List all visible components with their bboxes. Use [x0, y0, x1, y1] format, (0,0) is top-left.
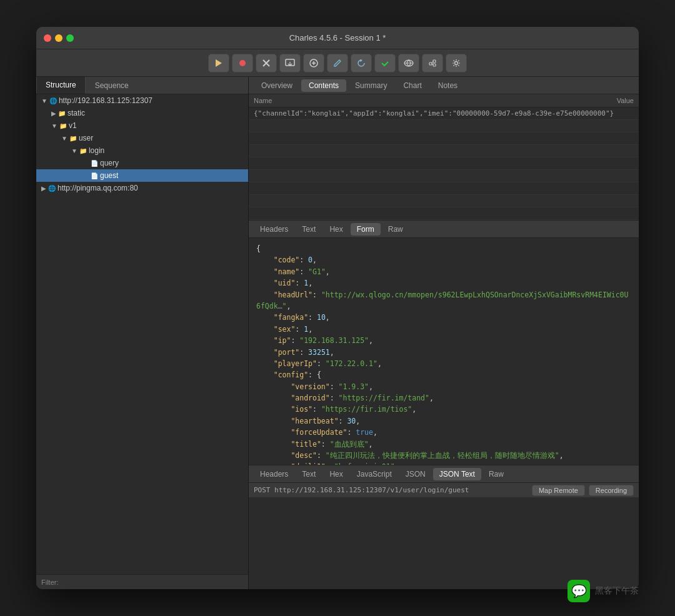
- chevron-down-icon: ▼: [41, 97, 48, 104]
- main-area: Structure Sequence ▼ 🌐 http://192.168.31…: [36, 77, 639, 589]
- close-button[interactable]: [44, 34, 51, 42]
- sidebar-tab-structure[interactable]: Structure: [36, 77, 86, 94]
- globe-icon: 🌐: [48, 185, 56, 192]
- traffic-lights: [44, 34, 74, 42]
- chevron-right-icon: ▶: [51, 110, 56, 117]
- watermark: 💬 黑客下午茶: [568, 580, 639, 602]
- file-icon: 📄: [91, 172, 98, 179]
- request-top-tabs: Headers Text Hex Form Raw: [249, 221, 639, 238]
- tab-notes[interactable]: Notes: [431, 79, 465, 92]
- recording-button[interactable]: Recording: [589, 485, 634, 496]
- status-buttons: Map Remote Recording: [532, 485, 634, 496]
- svg-point-1: [239, 60, 246, 66]
- file-icon: 📄: [91, 160, 98, 167]
- tree-item-label: http://pingma.qq.com:80: [58, 184, 138, 192]
- svg-marker-0: [216, 59, 222, 67]
- minimize-button[interactable]: [55, 34, 62, 42]
- tree-item-v1[interactable]: ▼ 📁 v1: [36, 119, 248, 132]
- response-table: {"channelId":"konglai","appId":"konglai"…: [249, 107, 639, 220]
- json-content-area: { "code": 0, "name": "G1", "uid": 1, "he…: [249, 238, 639, 465]
- tree-item-label: user: [79, 134, 93, 142]
- bottom-tab-headers[interactable]: Headers: [254, 468, 294, 480]
- toolbar-btn-proxy[interactable]: [422, 54, 443, 72]
- filter-input[interactable]: [61, 579, 244, 586]
- toolbar-btn-clear[interactable]: [256, 54, 277, 72]
- table-row-empty: [249, 207, 639, 220]
- filter-label: Filter:: [41, 579, 59, 586]
- toolbar-btn-settings[interactable]: [446, 54, 467, 72]
- table-row-empty: [249, 145, 639, 157]
- toolbar-btn-record[interactable]: [232, 54, 253, 72]
- tree-item-label: guest: [100, 171, 118, 180]
- tree-item-query[interactable]: ▶ 📄 query: [36, 157, 248, 169]
- table-row-empty: [249, 195, 639, 207]
- toolbar-btn-check[interactable]: [374, 54, 396, 72]
- req-tab-headers[interactable]: Headers: [254, 223, 294, 236]
- sidebar-tab-sequence[interactable]: Sequence: [86, 77, 138, 94]
- tree-item-label: login: [89, 146, 104, 155]
- tab-summary[interactable]: Summary: [348, 79, 394, 92]
- table-cell-content: {"channelId":"konglai","appId":"konglai"…: [254, 109, 634, 117]
- chevron-down-icon: ▼: [61, 135, 68, 142]
- maximize-button[interactable]: [66, 34, 74, 42]
- table-row-empty: [249, 120, 639, 132]
- toolbar-btn-import[interactable]: [279, 54, 301, 72]
- bottom-tab-raw[interactable]: Raw: [482, 468, 510, 480]
- sidebar-filter: Filter:: [36, 574, 248, 589]
- req-tab-form[interactable]: Form: [351, 223, 381, 236]
- tree-item-user[interactable]: ▼ 📁 user: [36, 132, 248, 144]
- bottom-tab-text[interactable]: Text: [296, 468, 322, 480]
- toolbar-btn-edit[interactable]: [327, 54, 348, 72]
- req-tab-hex[interactable]: Hex: [323, 223, 349, 236]
- toolbar-btn-refresh[interactable]: [351, 54, 372, 72]
- svg-rect-8: [433, 64, 436, 66]
- request-section: Headers Text Hex Form Raw { "code": 0, "…: [249, 220, 639, 482]
- toolbar: [36, 49, 639, 77]
- sidebar-tree: ▼ 🌐 http://192.168.31.125:12307 ▶ 📁 stat…: [36, 94, 248, 574]
- window-title: Charles 4.5.6 - Session 1 *: [289, 33, 386, 42]
- sidebar-tabs: Structure Sequence: [36, 77, 248, 94]
- content-tabs: Overview Contents Summary Chart Notes: [249, 77, 639, 94]
- req-tab-text[interactable]: Text: [296, 223, 322, 236]
- tab-chart[interactable]: Chart: [396, 79, 429, 92]
- bottom-tab-hex[interactable]: Hex: [323, 468, 349, 480]
- table-row-empty: [249, 132, 639, 145]
- content-panel: Overview Contents Summary Chart Notes Na…: [249, 77, 639, 589]
- folder-icon: 📁: [59, 122, 67, 129]
- titlebar: Charles 4.5.6 - Session 1 *: [36, 27, 639, 49]
- table-row: {"channelId":"konglai","appId":"konglai"…: [249, 107, 639, 120]
- folder-icon: 📁: [58, 110, 66, 117]
- globe-icon: 🌐: [49, 97, 57, 104]
- table-row-empty: [249, 182, 639, 195]
- svg-rect-7: [433, 60, 436, 62]
- toolbar-btn-network[interactable]: [398, 54, 419, 72]
- col-name-header: Name: [254, 97, 596, 104]
- tree-item-label: query: [100, 159, 119, 167]
- tree-item-login[interactable]: ▼ 📁 login: [36, 144, 248, 157]
- tab-contents[interactable]: Contents: [301, 79, 346, 92]
- tree-item-static[interactable]: ▶ 📁 static: [36, 107, 248, 119]
- toolbar-btn-compose[interactable]: [303, 54, 324, 72]
- folder-icon: 📁: [69, 135, 77, 142]
- bottom-tab-json-text[interactable]: JSON Text: [433, 468, 481, 480]
- tree-item-label: static: [68, 109, 85, 117]
- table-row-empty: [249, 157, 639, 170]
- bottom-tab-json[interactable]: JSON: [399, 468, 432, 480]
- tree-item-guest[interactable]: ▶ 📄 guest: [36, 169, 248, 182]
- statusbar: POST http://192.168.31.125:12307/v1/user…: [249, 482, 639, 497]
- tree-item-host1[interactable]: ▼ 🌐 http://192.168.31.125:12307: [36, 94, 248, 107]
- svg-rect-6: [429, 62, 432, 65]
- svg-point-11: [455, 61, 458, 64]
- sidebar: Structure Sequence ▼ 🌐 http://192.168.31…: [36, 77, 249, 589]
- tree-item-host2[interactable]: ▶ 🌐 http://pingma.qq.com:80: [36, 182, 248, 194]
- map-remote-button[interactable]: Map Remote: [532, 485, 585, 496]
- toolbar-btn-throttling[interactable]: [208, 54, 229, 72]
- bottom-tab-javascript[interactable]: JavaScript: [351, 468, 398, 480]
- table-header: Name Value: [249, 94, 639, 107]
- tree-item-label: v1: [69, 121, 77, 130]
- table-row-empty: [249, 170, 639, 182]
- tab-overview[interactable]: Overview: [254, 79, 300, 92]
- status-post-url: POST http://192.168.31.125:12307/v1/user…: [254, 486, 469, 494]
- req-tab-raw[interactable]: Raw: [382, 223, 409, 236]
- chevron-down-icon: ▼: [51, 122, 58, 129]
